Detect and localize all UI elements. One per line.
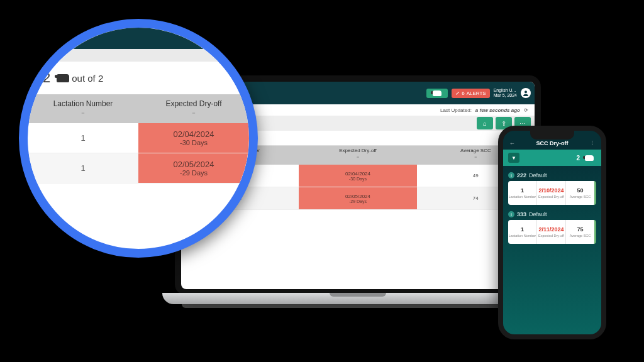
cow-icon	[57, 74, 69, 82]
filter-button[interactable]: ▼	[508, 153, 519, 163]
refresh-icon[interactable]: ⟳	[524, 107, 528, 113]
laptop-foot	[182, 304, 534, 308]
cell-dryoff: 02/04/2024-30 Days	[299, 165, 416, 187]
mag-table-row[interactable]: 1 02/05/2024-29 Days	[28, 153, 249, 184]
mag-cell-lactation: 1	[28, 153, 138, 183]
phone-count: 2	[576, 155, 580, 162]
alerts-count: 6	[462, 90, 464, 96]
mag-cell-dryoff: 02/05/2024-29 Days	[138, 153, 249, 183]
animal-id: 222	[517, 172, 526, 178]
mag-col-lactation[interactable]: Lactation Number=	[28, 94, 138, 123]
phone-title: SCC Dry-off	[515, 140, 589, 146]
info-icon: i	[508, 172, 514, 178]
action-button-home[interactable]: ⌂	[477, 117, 493, 129]
mag-home-button[interactable]: ⌂	[215, 30, 247, 47]
phone-body: i 222 Default 1Lactation Number 2/10/202…	[503, 166, 601, 339]
filter-icon: ▼	[511, 155, 516, 161]
card-header[interactable]: i 222 Default	[508, 172, 596, 178]
language-date[interactable]: English U... Mar 5, 2024	[494, 88, 517, 97]
card-header[interactable]: i 333 Default	[508, 211, 596, 217]
laptop-base	[162, 293, 553, 304]
last-updated-value: a few seconds ago	[475, 107, 520, 113]
language-label: English U...	[494, 88, 517, 93]
cow-filter-pill[interactable]	[426, 89, 448, 98]
card-lact: 1	[521, 187, 524, 194]
back-button[interactable]: ←	[509, 140, 515, 146]
magnifier-lens: ⌂ 2 out of 2 Lactation Number= Expected …	[19, 19, 258, 258]
alerts-label: ALERTS	[467, 90, 486, 96]
card-date: 2/11/2024	[538, 226, 564, 233]
mag-cell-lactation: 1	[28, 123, 138, 153]
phone-notch	[530, 131, 574, 140]
phone-card[interactable]: 1Lactation Number 2/11/2024Expected Dry-…	[508, 220, 596, 244]
animal-group: Default	[529, 172, 547, 178]
menu-button[interactable]: ⋮	[589, 140, 595, 146]
cell-dryoff: 02/05/2024-29 Days	[299, 187, 416, 209]
card-scc: 50	[577, 187, 583, 194]
card-date: 2/10/2024	[538, 187, 564, 194]
alerts-pill[interactable]: ⤢ 6 ALERTS	[452, 89, 489, 98]
mag-table-row[interactable]: 1 02/04/2024-30 Days	[28, 123, 249, 153]
svg-point-0	[525, 90, 527, 93]
date-label: Mar 5, 2024	[494, 93, 517, 98]
card-lact: 1	[521, 226, 524, 233]
user-icon	[523, 90, 529, 96]
mag-spacer	[28, 49, 249, 62]
mag-count-number: 2	[43, 70, 50, 86]
mag-topbar: ⌂	[28, 28, 249, 49]
mag-table-header: Lactation Number= Expected Dry-off=	[28, 94, 249, 123]
col-dryoff[interactable]: Expected Dry-off=	[299, 146, 416, 165]
card-scc: 75	[577, 226, 583, 233]
mag-count-text: out of 2	[72, 73, 103, 84]
mag-cell-dryoff: 02/04/2024-30 Days	[138, 123, 249, 153]
expand-icon: ⤢	[455, 90, 460, 96]
cow-icon	[585, 155, 594, 161]
mag-result-count: 2 out of 2	[33, 65, 244, 90]
phone-summary-bar: ▼ 2	[503, 150, 601, 166]
phone-card[interactable]: 1Lactation Number 2/10/2024Expected Dry-…	[508, 181, 596, 205]
mag-col-dryoff[interactable]: Expected Dry-off=	[138, 94, 249, 123]
info-icon: i	[508, 211, 514, 217]
cow-icon	[433, 90, 441, 96]
camera-dot	[356, 78, 360, 82]
animal-group: Default	[529, 211, 547, 217]
animal-id: 333	[517, 211, 526, 217]
last-updated-prefix: Last Updated:	[440, 107, 472, 113]
phone-device: ← SCC Dry-off ⋮ ▼ 2 i 222 Default 1Lacta…	[498, 126, 606, 339]
user-avatar[interactable]	[521, 88, 531, 98]
